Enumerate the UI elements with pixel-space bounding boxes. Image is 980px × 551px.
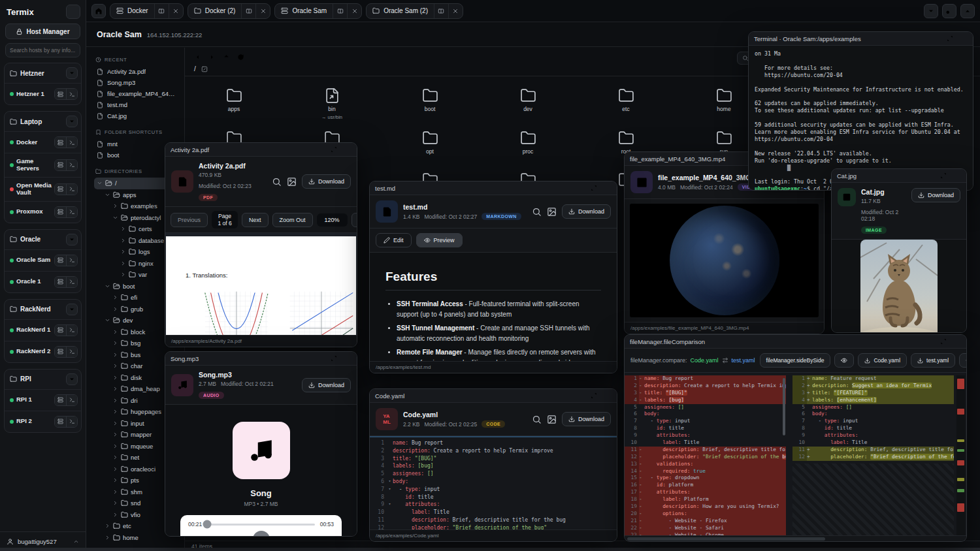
terminal-session-button[interactable] — [66, 347, 77, 357]
terminal-session-button[interactable] — [66, 184, 77, 195]
close-icon[interactable] — [958, 34, 968, 43]
compare-file-b[interactable]: test.yaml — [732, 357, 755, 364]
compare-file-a[interactable]: Code.yaml — [691, 357, 719, 364]
terminal-session-button[interactable] — [66, 255, 77, 266]
preview-icon[interactable] — [547, 207, 557, 217]
grid-folder-bin[interactable]: bin→ usr/bin — [283, 84, 381, 125]
host-item-racknerd-2[interactable]: RackNerd 2 — [5, 341, 81, 362]
file-manager-session-button[interactable] — [55, 89, 66, 99]
image-view[interactable] — [832, 240, 966, 333]
split-tab-icon[interactable] — [333, 4, 347, 18]
swap-icon[interactable] — [722, 357, 728, 364]
chevron-right-icon[interactable] — [105, 535, 110, 541]
sidebar-menu-button[interactable] — [66, 5, 80, 19]
close-tab-icon[interactable] — [255, 4, 270, 18]
preview-icon[interactable] — [287, 177, 297, 187]
grid-folder-proc[interactable]: proc — [479, 126, 577, 168]
close-icon[interactable] — [342, 354, 351, 363]
chevron-right-icon[interactable] — [120, 260, 126, 266]
terminal-session-button[interactable] — [66, 325, 77, 336]
tab-docker[interactable]: Docker — [110, 3, 184, 19]
download-button[interactable]: Download — [302, 378, 351, 392]
chevron-right-icon[interactable] — [120, 272, 126, 277]
split-tab-icon[interactable] — [154, 4, 169, 18]
previous-page-button[interactable]: Previous — [171, 213, 208, 227]
terminal-session-button[interactable] — [66, 417, 77, 427]
home-button[interactable] — [91, 4, 106, 18]
terminal-session-button[interactable] — [66, 207, 77, 217]
nav-up-button[interactable] — [220, 51, 232, 63]
preview-button[interactable]: Preview — [416, 233, 463, 247]
search-icon[interactable] — [532, 207, 542, 217]
breadcrumb-path[interactable]: / — [194, 65, 196, 72]
side-by-side-button[interactable]: fileManager.sideBySide — [760, 353, 831, 368]
search-icon[interactable] — [532, 415, 542, 424]
host-item-oracle-sam[interactable]: Oracle Sam — [5, 249, 81, 271]
file-manager-session-button[interactable] — [55, 325, 66, 336]
chevron-right-icon[interactable] — [112, 489, 118, 495]
grid-folder-apps[interactable]: apps — [185, 84, 283, 125]
collapse-group-button[interactable] — [66, 304, 78, 315]
chevron-up-button[interactable] — [960, 4, 975, 18]
file-manager-session-button[interactable] — [55, 184, 66, 195]
chevron-right-icon[interactable] — [112, 466, 118, 472]
grid-folder-opt[interactable]: opt — [381, 126, 479, 168]
next-page-button[interactable]: Next — [242, 213, 269, 227]
split-tab-icon[interactable] — [434, 4, 448, 18]
refresh-button[interactable] — [235, 51, 246, 63]
chevron-right-icon[interactable] — [112, 329, 118, 335]
close-icon[interactable] — [342, 145, 351, 154]
horizontal-scrollbar[interactable] — [625, 535, 966, 541]
host-group-hetzner[interactable]: Hetzner — [5, 63, 81, 83]
chevron-right-icon[interactable] — [112, 500, 118, 506]
close-tab-icon[interactable] — [448, 4, 463, 18]
chevron-right-icon[interactable] — [112, 477, 118, 483]
chevron-right-icon[interactable] — [112, 432, 118, 437]
chevron-right-icon[interactable] — [112, 443, 118, 449]
close-tab-icon[interactable] — [169, 4, 183, 18]
chevron-down-icon[interactable] — [105, 317, 110, 323]
file-panel-item[interactable]: Activity 2a.pdf — [94, 66, 180, 77]
collapse-group-button[interactable] — [66, 116, 78, 127]
host-item-proxmox[interactable]: Proxmox — [5, 201, 81, 223]
terminal-session-button[interactable] — [66, 89, 77, 99]
edit-path-icon[interactable] — [201, 66, 208, 72]
key-button[interactable] — [942, 4, 956, 18]
terminal-session-button[interactable] — [66, 277, 77, 287]
chevron-right-icon[interactable] — [112, 203, 118, 209]
window-titlebar[interactable]: fileManager.fileComparison — [625, 335, 966, 349]
file-manager-session-button[interactable] — [55, 395, 66, 405]
chevron-right-icon[interactable] — [112, 409, 118, 415]
host-item-rpi-1[interactable]: RPI 1 — [5, 389, 81, 411]
refresh-compare-button[interactable] — [959, 353, 967, 368]
close-icon[interactable] — [602, 391, 612, 400]
tab-oracle-sam-2-[interactable]: Oracle Sam (2) — [366, 3, 463, 19]
pdf-page-view[interactable]: 1. Translations: — [165, 233, 357, 335]
chevron-down-icon[interactable] — [112, 215, 118, 221]
file-panel-item[interactable]: file_example_MP4_640_3MG.mp4 — [94, 88, 180, 99]
play-button[interactable] — [253, 531, 270, 537]
file-manager-session-button[interactable] — [55, 160, 66, 170]
seek-slider[interactable] — [207, 524, 314, 526]
host-search[interactable] — [5, 43, 80, 57]
close-icon[interactable] — [952, 171, 961, 180]
chevron-right-icon[interactable] — [120, 238, 126, 244]
chevron-right-icon[interactable] — [120, 249, 126, 255]
expand-icon[interactable] — [939, 337, 948, 346]
edit-button[interactable]: Edit — [376, 233, 412, 247]
download-button[interactable]: Download — [562, 204, 611, 219]
host-item-oracle-1[interactable]: Oracle 1 — [5, 271, 81, 292]
window-titlebar[interactable]: Code.yaml — [370, 389, 617, 403]
file-panel-item[interactable]: Cat.jpg — [94, 110, 180, 121]
terminal-session-button[interactable] — [66, 137, 77, 148]
collapse-group-button[interactable] — [66, 373, 78, 385]
host-group-rpi[interactable]: RPI — [5, 370, 81, 389]
expand-icon[interactable] — [589, 391, 598, 400]
window-titlebar[interactable]: test.md — [370, 181, 617, 195]
expand-icon[interactable] — [329, 354, 338, 363]
chevron-right-icon[interactable] — [112, 363, 118, 369]
download-file-a-button[interactable]: Code.yaml — [858, 353, 907, 368]
host-item-game-servers[interactable]: Game Servers — [5, 153, 81, 177]
file-manager-session-button[interactable] — [55, 137, 66, 148]
terminal-session-button[interactable] — [66, 160, 77, 170]
